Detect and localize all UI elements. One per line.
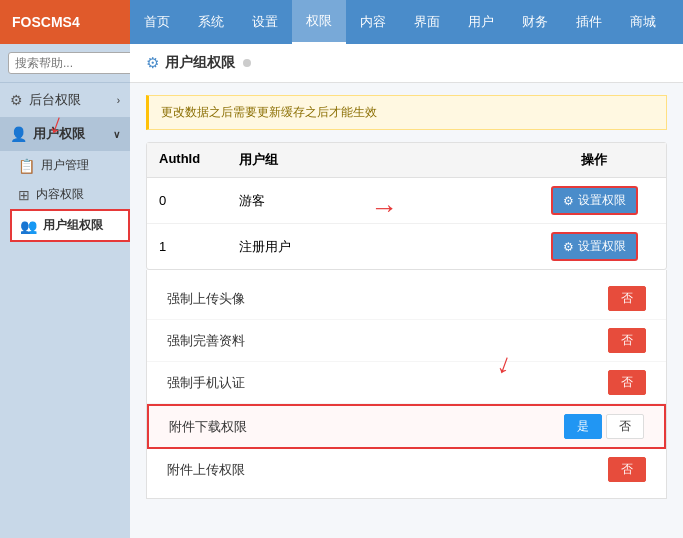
sidebar-item-group-perm[interactable]: 👥 用户组权限 bbox=[10, 209, 130, 242]
toggle-upload: 否 bbox=[608, 457, 646, 482]
toggle-yes-download[interactable]: 是 bbox=[564, 414, 602, 439]
toggle-profile: 否 bbox=[608, 328, 646, 353]
col-header-authid: AuthId bbox=[159, 151, 239, 169]
header-gear-icon: ⚙ bbox=[146, 54, 159, 72]
cell-authid-1: 1 bbox=[159, 239, 239, 254]
setting-row-upload: 附件上传权限 否 bbox=[147, 449, 666, 490]
gear-btn-icon: ⚙ bbox=[563, 194, 574, 208]
table-row: 0 游客 ⚙ 设置权限 bbox=[147, 178, 666, 224]
sidebar-item-content-perm[interactable]: ⊞ 内容权限 bbox=[10, 180, 130, 209]
toggle-no-phone[interactable]: 否 bbox=[608, 370, 646, 395]
toggle-download: 是 否 bbox=[564, 414, 644, 439]
main-content: ⚙ 用户组权限 更改数据之后需要更新缓存之后才能生效 AuthId 用户组 操作… bbox=[130, 44, 683, 538]
nav-home[interactable]: 首页 bbox=[130, 0, 184, 44]
data-table: AuthId 用户组 操作 0 游客 ⚙ 设置权限 1 bbox=[146, 142, 667, 270]
nav-items: 首页 系统 设置 权限 内容 界面 用户 财务 插件 商城 服务 bbox=[130, 0, 683, 44]
setting-row-phone: 强制手机认证 否 bbox=[147, 362, 666, 404]
setting-row-download: 附件下载权限 是 否 bbox=[147, 404, 666, 449]
settings-panel: 强制上传头像 否 强制完善资料 否 强制手机认证 否 bbox=[146, 270, 667, 499]
col-header-action: 操作 bbox=[534, 151, 654, 169]
chevron-icon: › bbox=[117, 95, 120, 106]
page-title: 用户组权限 bbox=[165, 54, 235, 72]
toggle-no-download[interactable]: 否 bbox=[606, 414, 644, 439]
setting-row-profile: 强制完善资料 否 bbox=[147, 320, 666, 362]
cell-authid-0: 0 bbox=[159, 193, 239, 208]
toggle-avatar: 否 bbox=[608, 286, 646, 311]
col-header-group: 用户组 bbox=[239, 151, 534, 169]
sidebar-submenu: 📋 用户管理 ⊞ 内容权限 👥 用户组权限 bbox=[0, 151, 130, 242]
setting-row-avatar: 强制上传头像 否 bbox=[147, 278, 666, 320]
cell-action-0: ⚙ 设置权限 bbox=[534, 186, 654, 215]
nav-service[interactable]: 服务 bbox=[670, 0, 683, 44]
nav-shop[interactable]: 商城 bbox=[616, 0, 670, 44]
cell-group-0: 游客 bbox=[239, 192, 534, 210]
setting-label-download: 附件下载权限 bbox=[169, 418, 564, 436]
gear-btn-icon-1: ⚙ bbox=[563, 240, 574, 254]
setting-label-profile: 强制完善资料 bbox=[167, 332, 608, 350]
set-perm-button-0[interactable]: ⚙ 设置权限 bbox=[551, 186, 638, 215]
layout: 🔍 ⚙ 后台权限 › 👤 用户权限 ∨ 📋 用户管理 ⊞ 内容权限 bbox=[0, 44, 683, 538]
nav-finance[interactable]: 财务 bbox=[508, 0, 562, 44]
toggle-no-avatar[interactable]: 否 bbox=[608, 286, 646, 311]
toggle-no-upload[interactable]: 否 bbox=[608, 457, 646, 482]
sidebar: 🔍 ⚙ 后台权限 › 👤 用户权限 ∨ 📋 用户管理 ⊞ 内容权限 bbox=[0, 44, 130, 538]
grid-icon: ⊞ bbox=[18, 187, 30, 203]
sidebar-search-container: 🔍 bbox=[0, 44, 130, 83]
sidebar-item-user-perm[interactable]: 👤 用户权限 ∨ bbox=[0, 117, 130, 151]
logo: FOSCMS4 bbox=[0, 0, 130, 44]
table-header: AuthId 用户组 操作 bbox=[147, 143, 666, 178]
toggle-phone: 否 bbox=[608, 370, 646, 395]
status-dot bbox=[243, 59, 251, 67]
sidebar-item-backend-perm[interactable]: ⚙ 后台权限 › bbox=[0, 83, 130, 117]
setting-label-upload: 附件上传权限 bbox=[167, 461, 608, 479]
nav-plugins[interactable]: 插件 bbox=[562, 0, 616, 44]
cell-action-1: ⚙ 设置权限 bbox=[534, 232, 654, 261]
setting-label-phone: 强制手机认证 bbox=[167, 374, 608, 392]
gear-icon: ⚙ bbox=[10, 92, 23, 108]
set-perm-button-1[interactable]: ⚙ 设置权限 bbox=[551, 232, 638, 261]
sidebar-item-user-manage[interactable]: 📋 用户管理 bbox=[10, 151, 130, 180]
list-icon: 📋 bbox=[18, 158, 35, 174]
warning-banner: 更改数据之后需要更新缓存之后才能生效 bbox=[146, 95, 667, 130]
setting-label-avatar: 强制上传头像 bbox=[167, 290, 608, 308]
cell-group-1: 注册用户 bbox=[239, 238, 534, 256]
nav-content[interactable]: 内容 bbox=[346, 0, 400, 44]
toggle-no-profile[interactable]: 否 bbox=[608, 328, 646, 353]
nav-permission[interactable]: 权限 bbox=[292, 0, 346, 44]
page-header: ⚙ 用户组权限 bbox=[130, 44, 683, 83]
nav-system[interactable]: 系统 bbox=[184, 0, 238, 44]
chevron-down-icon: ∨ bbox=[113, 129, 120, 140]
nav-settings[interactable]: 设置 bbox=[238, 0, 292, 44]
nav-ui[interactable]: 界面 bbox=[400, 0, 454, 44]
top-nav: FOSCMS4 首页 系统 设置 权限 内容 界面 用户 财务 插件 商城 服务 bbox=[0, 0, 683, 44]
user-icon: 👤 bbox=[10, 126, 27, 142]
users-icon: 👥 bbox=[20, 218, 37, 234]
table-row: 1 注册用户 ⚙ 设置权限 bbox=[147, 224, 666, 269]
nav-users[interactable]: 用户 bbox=[454, 0, 508, 44]
